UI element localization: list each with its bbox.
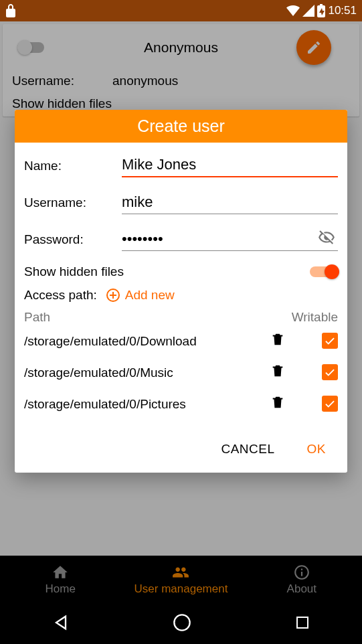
back-icon bbox=[52, 613, 70, 632]
soft-keys bbox=[0, 604, 362, 644]
writable-checkbox[interactable] bbox=[298, 333, 338, 350]
dialog-title: Create user bbox=[15, 110, 347, 143]
password-label: Password: bbox=[24, 232, 122, 251]
show-hidden-toggle[interactable] bbox=[310, 266, 338, 277]
cancel-button[interactable]: CANCEL bbox=[215, 438, 280, 461]
svg-rect-4 bbox=[297, 617, 308, 628]
path-text: /storage/emulated/0/Pictures bbox=[24, 397, 258, 412]
writable-header: Writable bbox=[292, 310, 338, 325]
recent-button[interactable] bbox=[294, 615, 310, 633]
signal-icon bbox=[302, 5, 314, 17]
path-row: /storage/emulated/0/Pictures bbox=[24, 394, 338, 414]
path-header: Path bbox=[24, 310, 50, 325]
password-input[interactable] bbox=[122, 228, 338, 251]
status-bar: 10:51 bbox=[0, 0, 362, 21]
username-input[interactable] bbox=[122, 191, 338, 214]
svg-point-3 bbox=[175, 615, 190, 630]
trash-icon bbox=[270, 394, 285, 410]
check-icon bbox=[324, 335, 336, 347]
toggle-visibility-icon[interactable] bbox=[318, 229, 335, 249]
name-label: Name: bbox=[24, 159, 122, 177]
access-path-label: Access path: bbox=[24, 288, 97, 303]
path-row: /storage/emulated/0/Download bbox=[24, 331, 338, 351]
add-new-path-button[interactable]: Add new bbox=[105, 287, 175, 303]
create-user-dialog: Create user Name: Username: Password: Sh bbox=[15, 110, 347, 473]
back-button[interactable] bbox=[52, 613, 70, 635]
show-hidden-label: Show hidden files bbox=[24, 264, 124, 279]
writable-checkbox[interactable] bbox=[298, 396, 338, 413]
wifi-icon bbox=[286, 5, 300, 16]
delete-path-button[interactable] bbox=[258, 331, 298, 351]
status-time: 10:51 bbox=[328, 4, 357, 17]
check-icon bbox=[324, 398, 336, 410]
plus-circle-icon bbox=[105, 287, 121, 303]
lock-icon bbox=[5, 4, 16, 17]
username-label: Username: bbox=[24, 195, 122, 214]
writable-checkbox[interactable] bbox=[298, 364, 338, 382]
delete-path-button[interactable] bbox=[258, 363, 298, 382]
square-icon bbox=[294, 615, 310, 631]
home-circle-icon bbox=[173, 613, 191, 632]
trash-icon bbox=[270, 363, 285, 379]
ok-button[interactable]: OK bbox=[302, 438, 331, 461]
path-text: /storage/emulated/0/Download bbox=[24, 334, 258, 349]
add-new-label: Add new bbox=[125, 288, 175, 303]
name-input[interactable] bbox=[122, 153, 338, 177]
battery-charging-icon bbox=[317, 4, 325, 17]
delete-path-button[interactable] bbox=[258, 394, 298, 414]
check-icon bbox=[324, 366, 336, 378]
path-text: /storage/emulated/0/Music bbox=[24, 366, 258, 380]
trash-icon bbox=[270, 331, 285, 347]
path-row: /storage/emulated/0/Music bbox=[24, 363, 338, 382]
home-button[interactable] bbox=[173, 613, 191, 635]
